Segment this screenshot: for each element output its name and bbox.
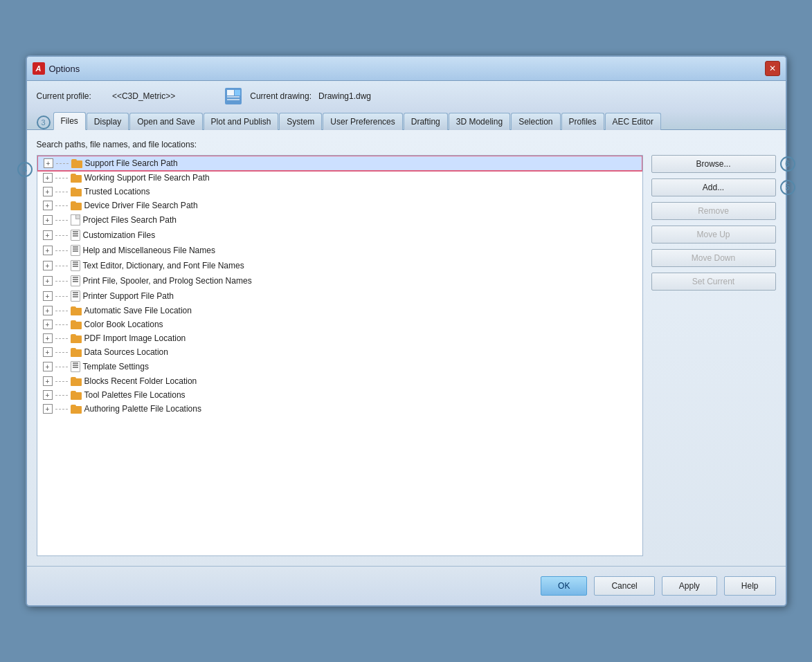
tree-item-device-driver[interactable]: + Device Driver File Search Path <box>37 199 642 212</box>
tree-label-help: Help and Miscellaneous File Names <box>83 246 215 255</box>
tree-badge: 4 <box>17 162 33 177</box>
profile-bar: Current profile: <<C3D_Metric>> Current … <box>27 81 786 111</box>
tab-selection[interactable]: Selection <box>511 113 560 130</box>
folder-icon-autosave <box>71 306 82 315</box>
tree-item-print-file[interactable]: + Print File, Spooler, and Prolog Sectio… <box>37 273 642 288</box>
expand-auth[interactable]: + <box>43 404 53 414</box>
file-icon-help <box>71 245 80 256</box>
close-button[interactable]: ✕ <box>765 61 780 76</box>
tree-item-blocks[interactable]: + Blocks Recent Folder Location <box>37 374 642 388</box>
svg-rect-2 <box>235 90 240 95</box>
help-button[interactable]: Help <box>724 576 776 596</box>
expand-print[interactable]: + <box>43 276 53 286</box>
tree-item-authoring[interactable]: + Authoring Palette File Locations <box>37 402 642 416</box>
tree-item-support-file[interactable]: + Support File Search Path <box>37 156 642 171</box>
drawing-value: Drawing1.dwg <box>318 91 371 101</box>
svg-rect-3 <box>227 96 240 98</box>
footer: OK Cancel Apply Help <box>27 566 786 605</box>
expand-working[interactable]: + <box>43 173 53 183</box>
tree-label-device: Device Driver File Search Path <box>84 201 198 210</box>
set-current-button[interactable]: Set Current <box>651 273 776 291</box>
expand-printer[interactable]: + <box>43 291 53 301</box>
tree-item-template[interactable]: + Template Settings <box>37 359 642 374</box>
expand-custom[interactable]: + <box>43 230 53 240</box>
expand-text[interactable]: + <box>43 261 53 270</box>
expand-help[interactable]: + <box>43 246 53 255</box>
tree-label-custom: Customization Files <box>83 230 156 240</box>
expand-device[interactable]: + <box>43 201 53 210</box>
file-icon-template <box>71 361 80 372</box>
tree-item-tool-palettes[interactable]: + Tool Palettes File Locations <box>37 388 642 402</box>
tab-profiles[interactable]: Profiles <box>561 113 604 130</box>
add-badge: 5 <box>780 180 795 195</box>
folder-icon-data <box>71 348 82 357</box>
tab-number-badge: 3 <box>37 116 51 129</box>
tree-item-data-sources[interactable]: + Data Sources Location <box>37 345 642 359</box>
move-down-button[interactable]: Move Down <box>651 249 776 267</box>
add-wrapper: Add... 5 <box>651 178 776 196</box>
tree-item-working-support[interactable]: + Working Support File Search Path <box>37 171 642 185</box>
expand-blocks[interactable]: + <box>43 376 53 386</box>
ok-button[interactable]: OK <box>541 576 587 596</box>
folder-icon-auth <box>71 405 82 414</box>
tab-files[interactable]: Files <box>53 112 86 130</box>
tab-plot-publish[interactable]: Plot and Publish <box>204 113 279 130</box>
tab-system[interactable]: System <box>279 113 322 130</box>
drawing-section: Current drawing: Drawing1.dwg <box>224 86 371 106</box>
tree-label-support: Support File Search Path <box>85 158 178 168</box>
tree-item-project-files[interactable]: + Project Files Search Path <box>37 212 642 228</box>
expand-autosave[interactable]: + <box>43 306 53 315</box>
svg-rect-4 <box>227 99 240 100</box>
tree-label-pdf: PDF Import Image Location <box>84 333 186 343</box>
tree-item-customization[interactable]: + Customization Files <box>37 228 642 243</box>
tree-item-printer-support[interactable]: + Printer Support File Path <box>37 288 642 304</box>
apply-button[interactable]: Apply <box>662 576 717 596</box>
tree-item-help[interactable]: + Help and Miscellaneous File Names <box>37 243 642 258</box>
expand-template[interactable]: + <box>43 362 53 371</box>
expand-color[interactable]: + <box>43 320 53 329</box>
tree-item-auto-save[interactable]: + Automatic Save File Location <box>37 304 642 318</box>
cancel-button[interactable]: Cancel <box>594 576 654 596</box>
tree-label-template: Template Settings <box>83 362 149 371</box>
tree-panel[interactable]: + Support File Search Path + Working Sup… <box>37 155 643 556</box>
tree-label-trusted: Trusted Locations <box>84 187 150 196</box>
add-button[interactable]: Add... <box>651 178 776 196</box>
tree-label-working: Working Support File Search Path <box>84 173 210 183</box>
folder-icon-color <box>71 320 82 329</box>
title-bar: A Options ✕ <box>27 57 786 81</box>
tab-3d-modeling[interactable]: 3D Modeling <box>449 113 510 130</box>
expand-data[interactable]: + <box>43 347 53 357</box>
tab-open-save[interactable]: Open and Save <box>129 113 202 130</box>
tree-label-tool: Tool Palettes File Locations <box>84 390 186 400</box>
profile-value: <<C3D_Metric>> <box>112 91 175 101</box>
tree-item-text-editor[interactable]: + Text Editor, Dictionary, and Font File… <box>37 258 642 273</box>
expand-pdf[interactable]: + <box>43 333 53 343</box>
tree-item-pdf[interactable]: + PDF Import Image Location <box>37 331 642 345</box>
tree-label-print: Print File, Spooler, and Prolog Section … <box>83 276 252 286</box>
dialog-title: Options <box>49 64 80 74</box>
profile-label: Current profile: <box>37 91 91 101</box>
options-dialog: A Options ✕ Current profile: <<C3D_Metri… <box>26 55 787 607</box>
tab-drafting[interactable]: Drafting <box>404 113 448 130</box>
tree-item-trusted[interactable]: + Trusted Locations <box>37 185 642 199</box>
folder-icon-blocks <box>71 377 82 386</box>
folder-icon-trusted <box>71 187 82 196</box>
expand-trusted[interactable]: + <box>43 187 53 196</box>
folder-icon-pdf <box>71 334 82 343</box>
expand-support[interactable]: + <box>44 158 53 168</box>
tree-label-project: Project Files Search Path <box>83 215 177 225</box>
title-bar-left: A Options <box>33 62 80 75</box>
folder-icon-support <box>71 159 82 168</box>
expand-project[interactable]: + <box>43 215 53 225</box>
tab-user-prefs[interactable]: User Preferences <box>323 113 402 130</box>
remove-button[interactable]: Remove <box>651 202 776 220</box>
content-area: Search paths, file names, and file locat… <box>27 130 786 566</box>
browse-button[interactable]: Browse... <box>651 155 776 173</box>
expand-tool[interactable]: + <box>43 390 53 400</box>
file-icon-print <box>71 275 80 286</box>
tab-aec-editor[interactable]: AEC Editor <box>605 113 661 130</box>
tree-item-color-book[interactable]: + Color Book Locations <box>37 318 642 331</box>
tab-display[interactable]: Display <box>87 113 129 130</box>
move-up-button[interactable]: Move Up <box>651 226 776 243</box>
tree-label-auth: Authoring Palette File Locations <box>84 404 201 414</box>
